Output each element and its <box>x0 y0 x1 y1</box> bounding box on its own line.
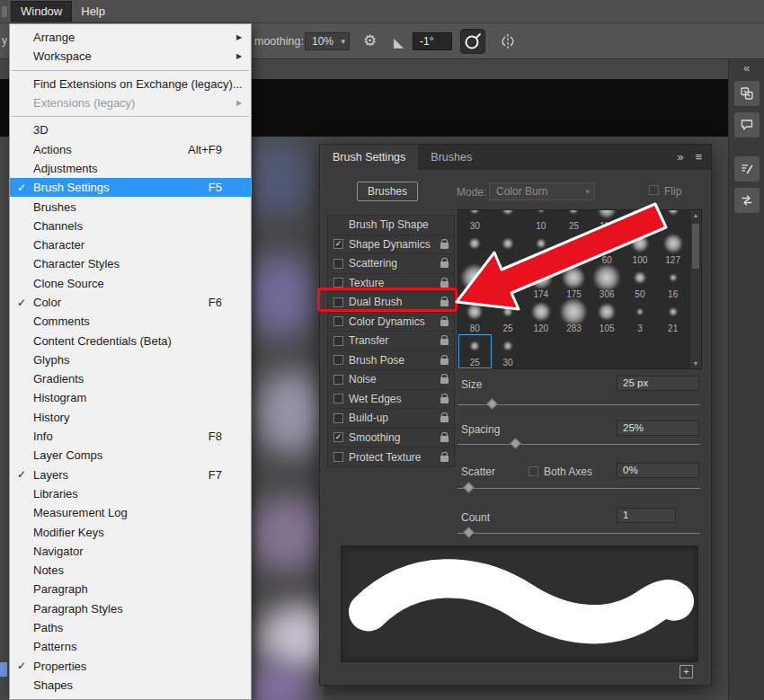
menu-item-brush-settings[interactable]: ✓ Brush Settings F5 <box>10 178 251 197</box>
lock-icon[interactable] <box>440 416 449 422</box>
setting-checkbox[interactable] <box>333 394 343 403</box>
smoothing-percent-dropdown[interactable]: 10% ▾ <box>305 32 350 50</box>
menu-item-workspace[interactable]: Workspace ▶ <box>10 47 251 66</box>
setting-checkbox[interactable] <box>333 259 343 269</box>
lock-icon[interactable] <box>440 261 449 268</box>
mode-dropdown[interactable]: Color Burn ▾ <box>489 182 595 200</box>
create-new-brush-icon[interactable]: + <box>680 665 693 678</box>
setting-checkbox[interactable]: ✓ <box>333 239 343 249</box>
lock-icon[interactable] <box>440 456 449 462</box>
brush-preset-cell[interactable]: 175 <box>557 266 591 300</box>
lock-icon[interactable] <box>440 377 449 384</box>
brush-setting-brush-tip-shape[interactable]: Brush Tip Shape <box>328 216 454 235</box>
count-slider-handle[interactable] <box>463 527 475 538</box>
menu-item-brushes[interactable]: Brushes <box>10 197 251 216</box>
brush-preset-cell[interactable]: 80 <box>458 300 492 334</box>
brush-preset-cell[interactable]: 50 <box>557 232 591 266</box>
smoothing-brush-toggle-button[interactable] <box>460 29 485 54</box>
menu-help[interactable]: Help <box>72 2 114 21</box>
menu-item-paragraph[interactable]: Paragraph <box>10 580 251 598</box>
size-slider[interactable] <box>458 404 700 405</box>
brush-setting-scattering[interactable]: Scattering <box>328 254 454 274</box>
setting-checkbox[interactable] <box>333 278 343 288</box>
brushes-button[interactable]: Brushes <box>357 182 418 201</box>
panel-button-cards[interactable] <box>734 81 760 106</box>
collapse-panels-icon[interactable]: « <box>729 59 764 75</box>
scroll-down-icon[interactable]: ▼ <box>690 360 701 367</box>
lock-icon[interactable] <box>440 436 449 442</box>
panel-button-swap[interactable] <box>734 188 760 213</box>
spacing-slider[interactable] <box>458 444 700 445</box>
menu-item-shapes[interactable]: Shapes <box>10 676 251 695</box>
brush-setting-wet-edges[interactable]: Wet Edges <box>328 390 454 410</box>
brush-preset-cell[interactable] <box>557 334 591 368</box>
menu-item-clone-source[interactable]: Clone Source <box>10 274 251 293</box>
scatter-field[interactable]: 0% <box>617 463 699 478</box>
brush-preset-cell[interactable] <box>458 232 492 266</box>
size-field[interactable]: 25 px <box>617 376 699 391</box>
lock-icon[interactable] <box>440 359 449 365</box>
menu-item-libraries[interactable]: Libraries <box>10 484 251 503</box>
tab-brushes[interactable]: Brushes <box>418 145 484 170</box>
setting-checkbox[interactable] <box>333 375 343 385</box>
menu-window[interactable]: Window <box>11 1 72 22</box>
brush-preset-cell[interactable] <box>492 232 525 266</box>
setting-checkbox[interactable] <box>333 336 343 346</box>
menu-item-3d[interactable]: 3D <box>10 120 251 139</box>
size-slider-handle[interactable] <box>486 398 498 410</box>
lock-icon[interactable] <box>440 320 449 326</box>
tab-brush-settings[interactable]: Brush Settings <box>320 145 418 170</box>
menu-item-navigator[interactable]: Navigator <box>10 542 251 561</box>
menu-item-content-credentials-beta[interactable]: Content Credentials (Beta) <box>10 331 251 350</box>
menu-item-gradients[interactable]: Gradients <box>10 369 251 388</box>
setting-checkbox[interactable] <box>333 452 343 462</box>
brush-preset-cell[interactable]: 284 <box>458 266 492 300</box>
menu-item-histogram[interactable]: Histogram <box>10 388 251 407</box>
brush-preset-cell[interactable]: 30 <box>524 232 557 266</box>
setting-checkbox[interactable] <box>333 355 343 365</box>
lock-icon[interactable] <box>440 397 449 403</box>
setting-checkbox[interactable] <box>333 316 343 326</box>
menu-item-styles[interactable]: Styles <box>10 695 251 700</box>
brush-preset-cell[interactable]: 60 <box>624 210 657 232</box>
count-field[interactable]: 1 <box>617 508 676 523</box>
panel-button-pen-note[interactable] <box>734 156 760 182</box>
lock-icon[interactable] <box>440 339 449 345</box>
brush-preset-cell[interactable]: 112 <box>591 210 624 232</box>
brush-setting-build-up[interactable]: Build-up <box>328 409 454 429</box>
paint-symmetry-button[interactable] <box>495 29 520 54</box>
menu-item-info[interactable]: Info F8 <box>10 427 251 446</box>
menu-item-character-styles[interactable]: Character Styles <box>10 254 251 273</box>
menu-item-arrange[interactable]: Arrange ▶ <box>10 28 251 47</box>
brush-angle-field[interactable]: -1° <box>413 32 452 50</box>
brush-preset-cell[interactable]: 25 <box>458 334 492 368</box>
brush-preset-cell[interactable]: 100 <box>624 232 657 266</box>
brush-preset-cell[interactable]: 25 <box>492 300 525 334</box>
brush-preset-cell[interactable]: 16 <box>656 266 689 300</box>
panel-expand-icon[interactable]: » <box>677 145 683 170</box>
lock-icon[interactable] <box>440 281 449 288</box>
brush-preset-cell[interactable]: 306 <box>591 266 624 300</box>
brush-setting-noise[interactable]: Noise <box>328 370 454 390</box>
brush-setting-transfer[interactable]: Transfer <box>328 332 454 351</box>
scroll-up-icon[interactable]: ▲ <box>690 212 701 218</box>
brush-setting-brush-pose[interactable]: Brush Pose <box>328 351 454 371</box>
brush-preset-cell[interactable]: 10 <box>524 210 557 232</box>
brush-preset-cell[interactable]: 174 <box>524 266 557 300</box>
menu-item-actions[interactable]: Actions Alt+F9 <box>10 139 251 158</box>
brush-preset-cell[interactable] <box>591 334 624 368</box>
menu-item-comments[interactable]: Comments <box>10 312 251 331</box>
brush-preset-cell[interactable] <box>524 334 557 368</box>
panel-button-comments[interactable] <box>734 112 760 137</box>
brush-preset-cell[interactable]: 30 <box>458 210 492 232</box>
menu-item-layers[interactable]: ✓ Layers F7 <box>10 465 251 484</box>
menu-item-character[interactable]: Character <box>10 235 251 254</box>
menu-item-glyphs[interactable]: Glyphs <box>10 350 251 369</box>
both-axes-checkbox[interactable] <box>529 466 538 476</box>
scrollbar-thumb[interactable] <box>692 224 699 269</box>
menu-item-paragraph-styles[interactable]: Paragraph Styles <box>10 599 251 618</box>
brush-preset-cell[interactable]: 283 <box>557 300 591 334</box>
brush-preset-cell[interactable]: 50 <box>624 266 657 300</box>
brush-preset-cell[interactable]: 3 <box>624 300 657 334</box>
brush-preset-cell[interactable]: 25 <box>557 210 591 232</box>
